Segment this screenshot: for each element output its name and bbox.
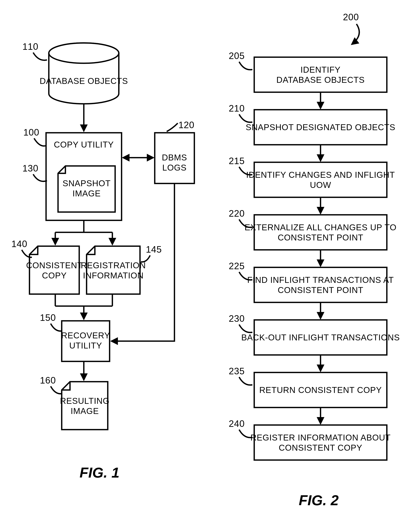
svg-text:160: 160 xyxy=(40,375,56,385)
svg-text:140: 140 xyxy=(11,239,27,249)
ref-230: 230 xyxy=(229,314,252,332)
svg-text:UTILITY: UTILITY xyxy=(69,341,102,350)
fig2-caption: FIG. 2 xyxy=(299,492,339,508)
svg-text:DBMS: DBMS xyxy=(162,153,187,162)
svg-text:SNAPSHOT: SNAPSHOT xyxy=(62,178,111,188)
svg-text:210: 210 xyxy=(229,103,245,114)
ref-210: 210 xyxy=(229,103,252,122)
svg-text:CONSISTENT: CONSISTENT xyxy=(26,261,82,270)
svg-rect-37 xyxy=(254,57,387,92)
node-recovery-utility: RECOVERY UTILITY xyxy=(61,321,110,361)
fig1: DATABASE OBJECTS 110 COPY UTILITY 100 SN… xyxy=(11,41,194,481)
svg-text:RESULTING: RESULTING xyxy=(60,396,110,406)
step-label: UOW xyxy=(310,180,331,190)
step-label: CONSISTENT COPY xyxy=(279,443,362,453)
node-snapshot-image: SNAPSHOT IMAGE xyxy=(58,166,115,212)
step-225: FIND INFLIGHT TRANSACTIONS ATCONSISTENT … xyxy=(247,267,394,302)
node-dbms-logs: DBMS LOGS xyxy=(155,133,194,184)
node-database-objects: DATABASE OBJECTS xyxy=(40,43,128,104)
step-label: RETURN CONSISTENT COPY xyxy=(259,385,382,395)
svg-text:240: 240 xyxy=(229,419,245,429)
svg-text:INFORMATION: INFORMATION xyxy=(83,271,144,280)
step-label: BACK-OUT INFLIGHT TRANSACTIONS xyxy=(241,333,400,342)
svg-text:215: 215 xyxy=(229,156,245,166)
step-label: CONSISTENT POINT xyxy=(278,233,363,242)
svg-text:COPY: COPY xyxy=(42,271,67,280)
svg-text:230: 230 xyxy=(229,314,245,324)
label-copy-utility: COPY UTILITY xyxy=(54,140,114,149)
ref-140: 140 xyxy=(11,239,32,257)
node-consistent-copy: CONSISTENT COPY xyxy=(26,246,82,294)
step-215: IDENTIFY CHANGES AND INFLIGHTUOW xyxy=(246,162,395,197)
ref-240: 240 xyxy=(229,419,252,438)
step-label: EXTERNALIZE ALL CHANGES UP TO xyxy=(245,223,397,232)
svg-text:150: 150 xyxy=(40,313,56,323)
svg-text:225: 225 xyxy=(229,261,245,271)
step-label: DATABASE OBJECTS xyxy=(276,75,365,85)
step-label: REGISTER INFORMATION ABOUT xyxy=(250,433,390,442)
step-label: CONSISTENT POINT xyxy=(278,285,363,295)
ref-150: 150 xyxy=(40,313,62,331)
step-label: FIND INFLIGHT TRANSACTIONS AT xyxy=(247,275,394,285)
svg-text:IMAGE: IMAGE xyxy=(72,189,101,198)
svg-text:130: 130 xyxy=(22,163,38,174)
step-205: IDENTIFYDATABASE OBJECTS xyxy=(254,57,387,92)
step-label: SNAPSHOT DESIGNATED OBJECTS xyxy=(246,123,396,132)
svg-rect-46 xyxy=(254,215,387,250)
ref-130: 130 xyxy=(22,163,47,181)
svg-text:145: 145 xyxy=(146,244,162,255)
ref-160: 160 xyxy=(40,375,62,394)
svg-text:110: 110 xyxy=(22,41,38,52)
ref-100: 100 xyxy=(23,127,46,146)
svg-text:100: 100 xyxy=(23,127,39,138)
step-label: IDENTIFY xyxy=(300,65,341,75)
ref-145: 145 xyxy=(141,244,162,262)
step-235: RETURN CONSISTENT COPY xyxy=(254,372,387,407)
step-label: IDENTIFY CHANGES AND INFLIGHT xyxy=(246,170,395,180)
step-230: BACK-OUT INFLIGHT TRANSACTIONS xyxy=(241,320,400,355)
step-220: EXTERNALIZE ALL CHANGES UP TOCONSISTENT … xyxy=(245,215,397,250)
svg-point-1 xyxy=(49,43,119,63)
svg-text:220: 220 xyxy=(229,208,245,219)
svg-text:REGISTRATION: REGISTRATION xyxy=(81,261,146,270)
svg-rect-49 xyxy=(254,267,387,302)
ref-110: 110 xyxy=(22,41,47,60)
step-240: REGISTER INFORMATION ABOUTCONSISTENT COP… xyxy=(250,425,390,460)
ref-235: 235 xyxy=(229,366,252,385)
ref-200: 200 xyxy=(343,12,359,44)
node-registration-information: REGISTRATION INFORMATION xyxy=(81,246,146,294)
svg-rect-43 xyxy=(254,162,387,197)
fig1-caption: FIG. 1 xyxy=(80,464,120,481)
svg-text:205: 205 xyxy=(229,51,245,61)
fig2: 200 IDENTIFYDATABASE OBJECTS205SNAPSHOT … xyxy=(229,12,400,508)
svg-text:200: 200 xyxy=(343,12,359,22)
svg-text:235: 235 xyxy=(229,366,245,376)
node-resulting-image: RESULTING IMAGE xyxy=(60,382,110,430)
ref-120: 120 xyxy=(167,120,194,131)
svg-text:IMAGE: IMAGE xyxy=(71,406,99,416)
svg-text:120: 120 xyxy=(179,120,194,130)
svg-text:RECOVERY: RECOVERY xyxy=(61,330,110,340)
label-database-objects: DATABASE OBJECTS xyxy=(40,76,128,86)
svg-rect-58 xyxy=(254,425,387,460)
svg-text:LOGS: LOGS xyxy=(162,163,187,172)
step-210: SNAPSHOT DESIGNATED OBJECTS xyxy=(246,110,396,145)
ref-205: 205 xyxy=(229,51,252,70)
